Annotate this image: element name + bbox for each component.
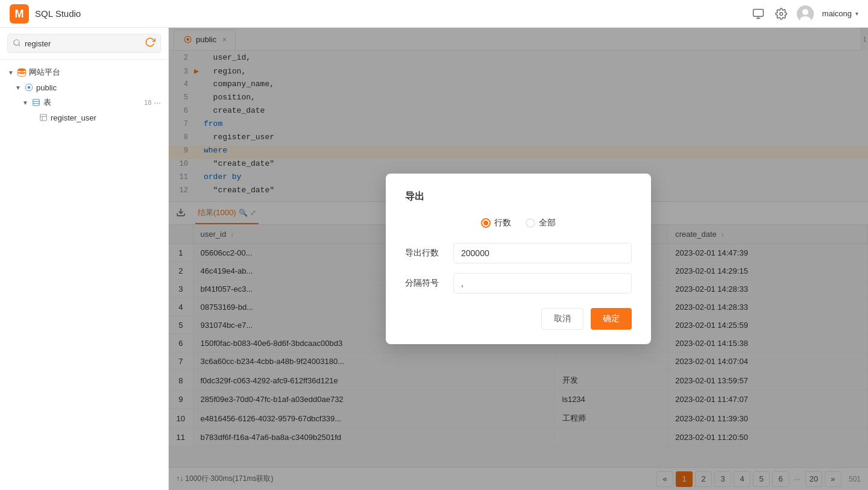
monitor-icon[interactable] <box>751 7 766 21</box>
sidebar-item-label: 网站平台 <box>29 67 161 78</box>
chevron-down-icon: ▾ <box>855 10 858 17</box>
radio-rows-label: 行数 <box>494 218 511 228</box>
export-rows-label: 导出行数 <box>405 248 453 259</box>
expand-icon: ▼ <box>7 69 14 76</box>
sidebar-tree: ▼ 网站平台 ▼ public ▼ 表 18 <box>0 60 168 490</box>
svg-line-10 <box>19 44 20 46</box>
export-rows-input[interactable] <box>453 243 632 263</box>
more-icon[interactable]: ··· <box>154 98 161 107</box>
topbar: M SQL Studio maicong ▾ <box>0 0 868 28</box>
cancel-button[interactable]: 取消 <box>541 308 583 330</box>
sidebar-item-register-user[interactable]: ▶ register_user <box>0 110 168 125</box>
table-icon <box>39 113 48 122</box>
modal-overlay: 导出 行数 全部 导出行数 分隔符号 <box>169 28 868 490</box>
export-sep-label: 分隔符号 <box>405 278 453 289</box>
username-label: maicong <box>822 9 852 18</box>
schema-icon <box>24 83 34 92</box>
sidebar: ▼ 网站平台 ▼ public ▼ 表 18 <box>0 28 169 490</box>
confirm-button[interactable]: 确定 <box>591 308 632 330</box>
export-modal: 导出 行数 全部 导出行数 分隔符号 <box>386 174 651 344</box>
export-sep-row: 分隔符号 <box>405 273 632 294</box>
radio-all[interactable]: 全部 <box>526 218 556 228</box>
sidebar-item-public[interactable]: ▼ public <box>0 80 168 95</box>
radio-all-circle <box>526 218 535 228</box>
sidebar-item-tables[interactable]: ▼ 表 18 ··· <box>0 95 168 110</box>
modal-title: 导出 <box>405 190 632 203</box>
radio-all-label: 全部 <box>539 218 556 228</box>
search-box <box>7 34 161 53</box>
svg-rect-14 <box>33 99 40 106</box>
sidebar-item-label: register_user <box>51 113 161 122</box>
radio-rows-circle <box>481 218 491 228</box>
db-icon <box>17 68 27 77</box>
svg-point-11 <box>17 68 25 71</box>
export-rows-row: 导出行数 <box>405 243 632 263</box>
sidebar-search-area <box>0 28 168 60</box>
search-icon <box>13 39 21 49</box>
expand-icon: ▼ <box>14 84 22 91</box>
export-sep-input[interactable] <box>453 273 632 294</box>
svg-point-13 <box>28 86 31 89</box>
content-area: public × 1 2 user_id, 3 ▶ region, 4 comp… <box>169 28 868 490</box>
sidebar-item-label: public <box>36 83 161 92</box>
search-input[interactable] <box>25 39 109 48</box>
expand-icon: ▼ <box>22 99 29 106</box>
svg-point-9 <box>14 39 19 45</box>
user-avatar <box>797 5 814 22</box>
svg-point-5 <box>779 12 782 15</box>
modal-actions: 取消 确定 <box>405 308 632 330</box>
modal-radio-group: 行数 全部 <box>405 218 632 228</box>
svg-point-7 <box>802 9 808 15</box>
user-menu[interactable]: maicong ▾ <box>822 9 858 18</box>
svg-rect-2 <box>753 9 764 16</box>
refresh-icon[interactable] <box>145 37 156 50</box>
topbar-actions: maicong ▾ <box>751 5 858 22</box>
logo-icon: M <box>10 4 29 24</box>
svg-text:M: M <box>15 8 24 20</box>
settings-icon[interactable] <box>774 7 788 21</box>
main-layout: ▼ 网站平台 ▼ public ▼ 表 18 <box>0 28 868 490</box>
svg-rect-17 <box>40 115 47 121</box>
radio-rows[interactable]: 行数 <box>481 218 511 228</box>
sidebar-item-wangzhan[interactable]: ▼ 网站平台 <box>0 64 168 80</box>
table-group-icon <box>31 98 41 107</box>
table-count-badge: 18 <box>144 99 151 106</box>
app-title: SQL Studio <box>35 8 745 19</box>
sidebar-item-label: 表 <box>43 97 139 108</box>
